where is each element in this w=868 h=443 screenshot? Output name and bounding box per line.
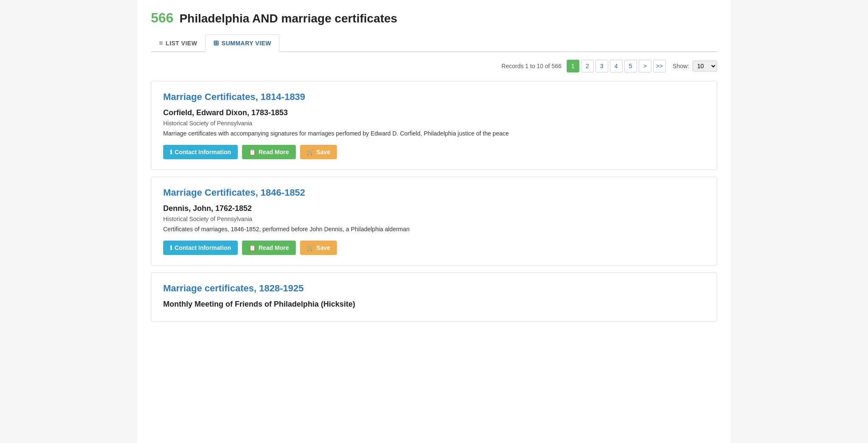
tab-list-view[interactable]: ≡ LIST VIEW: [151, 34, 205, 51]
info-icon-1: ℹ: [170, 244, 172, 251]
result-card-0: Marriage Certificates, 1814-1839 Corfiel…: [151, 81, 717, 170]
list-view-icon: ≡: [159, 39, 163, 47]
page-btn-3[interactable]: 3: [595, 60, 608, 72]
page-btn-4[interactable]: 4: [610, 60, 623, 72]
book-icon-0: 📋: [249, 149, 256, 155]
records-text: Records 1 to 10 of 566: [501, 63, 562, 69]
result-actions-0: ℹ Contact Information 📋 Read More 🛒 Save: [163, 145, 705, 159]
pagination-bar: Records 1 to 10 of 566 1 2 3 4 5 > >> Sh…: [151, 60, 717, 72]
tab-list-label: LIST VIEW: [166, 40, 198, 47]
result-institution-0: Historical Society of Pennsylvania: [163, 120, 705, 127]
contact-btn-1[interactable]: ℹ Contact Information: [163, 241, 238, 255]
result-count: 566: [151, 10, 173, 26]
result-card-1: Marriage Certificates, 1846-1852 Dennis,…: [151, 177, 717, 266]
save-btn-0[interactable]: 🛒 Save: [300, 145, 337, 159]
save-icon-1: 🛒: [307, 244, 314, 251]
result-card-2: Marriage certificates, 1828-1925 Monthly…: [151, 272, 717, 322]
tab-summary-view[interactable]: ⊞ SUMMARY VIEW: [205, 34, 279, 52]
save-icon-0: 🛒: [307, 149, 314, 155]
page-last-btn[interactable]: >>: [653, 60, 666, 72]
contact-btn-0[interactable]: ℹ Contact Information: [163, 145, 238, 159]
show-label: Show:: [673, 63, 689, 69]
result-name-0: Corfield, Edward Dixon, 1783-1853: [163, 108, 705, 117]
page-btn-1[interactable]: 1: [567, 60, 579, 72]
page-header: 566 Philadelphia AND marriage certificat…: [151, 10, 717, 26]
result-description-0: Marriage certificates with accompanying …: [163, 129, 705, 138]
result-actions-1: ℹ Contact Information 📋 Read More 🛒 Save: [163, 241, 705, 255]
summary-view-icon: ⊞: [213, 39, 219, 47]
result-title-1[interactable]: Marriage Certificates, 1846-1852: [163, 187, 705, 198]
result-description-1: Certificates of marriages, 1846-1852, pe…: [163, 225, 705, 234]
info-icon-0: ℹ: [170, 149, 172, 155]
page-title: Philadelphia AND marriage certificates: [179, 12, 397, 25]
view-tabs: ≡ LIST VIEW ⊞ SUMMARY VIEW: [151, 34, 717, 52]
show-select[interactable]: 10 25 50 100: [693, 61, 717, 72]
read-more-btn-0[interactable]: 📋 Read More: [242, 145, 296, 159]
save-btn-1[interactable]: 🛒 Save: [300, 241, 337, 255]
result-title-0[interactable]: Marriage Certificates, 1814-1839: [163, 91, 705, 102]
result-name-1: Dennis, John, 1762-1852: [163, 204, 705, 213]
book-icon-1: 📋: [249, 244, 256, 251]
result-name-2: Monthly Meeting of Friends of Philadelph…: [163, 300, 705, 309]
page-next-btn[interactable]: >: [639, 60, 651, 72]
page-btn-2[interactable]: 2: [581, 60, 594, 72]
result-title-2[interactable]: Marriage certificates, 1828-1925: [163, 283, 705, 294]
page-wrapper: 566 Philadelphia AND marriage certificat…: [137, 0, 731, 443]
result-institution-1: Historical Society of Pennsylvania: [163, 216, 705, 222]
tab-summary-label: SUMMARY VIEW: [222, 40, 271, 47]
page-btn-5[interactable]: 5: [624, 60, 637, 72]
read-more-btn-1[interactable]: 📋 Read More: [242, 241, 296, 255]
